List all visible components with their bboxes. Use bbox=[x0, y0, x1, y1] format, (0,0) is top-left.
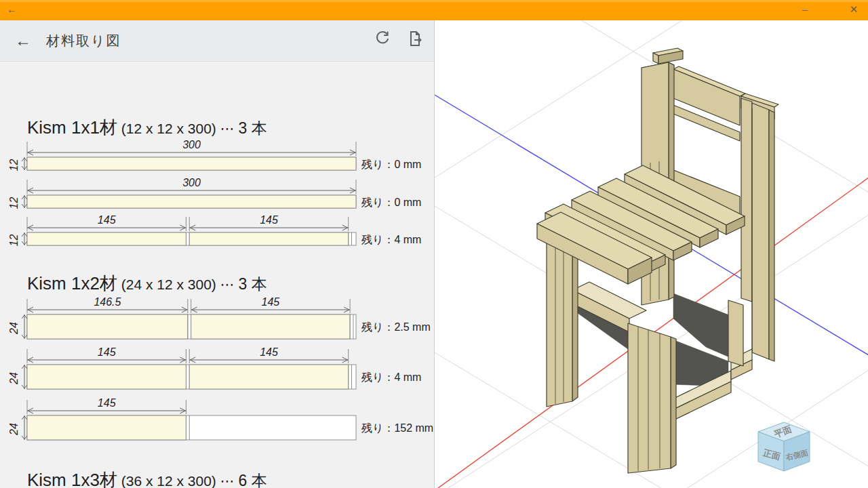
near-leg-side bbox=[671, 337, 676, 468]
close-button[interactable]: ✕ bbox=[848, 2, 860, 18]
dimension-label: 300 bbox=[182, 139, 201, 150]
right-post-inner bbox=[741, 98, 752, 302]
section-title: Kism 1x3材 (36 x 12 x 300) ⋯ 6 本 bbox=[27, 470, 267, 488]
stock-bar: 146.514524残り：2.5 mm bbox=[8, 296, 431, 339]
panel-header: ← 材料取り図 bbox=[0, 20, 434, 62]
height-label: 24 bbox=[8, 372, 20, 385]
viewport-3d[interactable]: 平面正面右側面 bbox=[435, 20, 868, 488]
left-legs bbox=[547, 239, 572, 407]
height-label: 12 bbox=[8, 235, 20, 247]
cut-piece bbox=[189, 232, 348, 245]
cutting-diagram-scroll[interactable]: Kism 1x1材 (12 x 12 x 300) ⋯ 3 本30012残り：0… bbox=[0, 61, 434, 488]
minimize-button[interactable]: – bbox=[799, 1, 811, 18]
right-post-edge bbox=[769, 110, 774, 361]
dimension-label: 145 bbox=[260, 346, 278, 358]
stock-bar: 30012残り：0 mm bbox=[8, 177, 421, 209]
page-title: 材料取り図 bbox=[46, 32, 121, 50]
cutting-diagram-panel: ← 材料取り図 Kism 1x1材 (12 x 12 x 300) ⋯ 3 本3… bbox=[0, 20, 435, 488]
cut-piece bbox=[189, 365, 348, 389]
cut-piece bbox=[27, 157, 356, 170]
dimension-label: 145 bbox=[260, 214, 278, 226]
cut-piece bbox=[27, 415, 186, 440]
remainder-label: 残り：4 mm bbox=[361, 371, 421, 383]
left-leg-side bbox=[572, 251, 578, 401]
nav-cube[interactable]: 平面正面右側面 bbox=[758, 422, 810, 471]
section-title: Kism 1x1材 (12 x 12 x 300) ⋯ 3 本 bbox=[27, 117, 267, 138]
export-icon[interactable] bbox=[407, 30, 423, 47]
stock-bar: 14514524残り：4 mm bbox=[8, 346, 421, 389]
window-back-icon[interactable]: ← bbox=[7, 3, 17, 15]
stock-bar: 14524残り：152 mm bbox=[8, 397, 433, 440]
cut-piece bbox=[27, 314, 188, 339]
cut-piece bbox=[27, 195, 356, 208]
stock-bar: 30012残り：0 mm bbox=[8, 139, 421, 171]
chair-3d-scene: 平面正面右側面 bbox=[435, 20, 868, 488]
back-arrow-icon[interactable]: ← bbox=[15, 31, 33, 49]
remainder-label: 残り：0 mm bbox=[361, 197, 421, 208]
cut-piece bbox=[191, 314, 350, 339]
window-titlebar: ← – ✕ bbox=[0, 0, 868, 20]
height-label: 12 bbox=[8, 159, 20, 171]
dimension-label: 145 bbox=[98, 346, 116, 358]
remainder-label: 残り：4 mm bbox=[361, 234, 421, 245]
height-label: 24 bbox=[8, 423, 20, 436]
height-label: 24 bbox=[8, 322, 20, 335]
dimension-label: 145 bbox=[262, 296, 280, 308]
remainder-label: 残り：0 mm bbox=[361, 159, 421, 170]
height-label: 12 bbox=[8, 197, 20, 209]
near-front-leg bbox=[628, 323, 671, 473]
remainder-label: 残り：152 mm bbox=[361, 422, 433, 434]
right-front-leg bbox=[728, 300, 743, 366]
cut-piece bbox=[27, 365, 186, 389]
cut-piece bbox=[27, 232, 186, 245]
right-post-outer bbox=[752, 103, 769, 359]
dimension-label: 300 bbox=[182, 177, 201, 188]
cutting-diagram: Kism 1x1材 (12 x 12 x 300) ⋯ 3 本30012残り：0… bbox=[0, 61, 434, 488]
refresh-icon[interactable] bbox=[374, 30, 391, 47]
section-title: Kism 1x2材 (24 x 12 x 300) ⋯ 3 本 bbox=[27, 273, 267, 293]
remainder-label: 残り：2.5 mm bbox=[361, 321, 431, 333]
dimension-label: 145 bbox=[98, 214, 116, 226]
stock-bar: 14514512残り：4 mm bbox=[8, 214, 421, 246]
titlebar-highlight bbox=[0, 0, 868, 2]
dimension-label: 146.5 bbox=[94, 296, 121, 308]
dimension-label: 145 bbox=[98, 397, 116, 409]
